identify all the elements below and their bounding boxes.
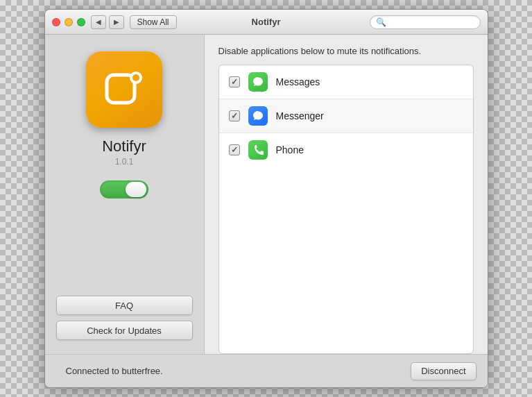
nav-back-button[interactable]: ◀	[91, 15, 106, 29]
messenger-label: Messenger	[276, 110, 324, 121]
phone-checkbox[interactable]	[229, 144, 240, 155]
phone-label: Phone	[276, 144, 304, 155]
show-all-button[interactable]: Show All	[130, 15, 177, 29]
traffic-lights	[52, 18, 85, 26]
apps-list: Messages Messenger	[218, 65, 474, 354]
disconnect-button[interactable]: Disconnect	[411, 362, 476, 380]
app-icon	[86, 51, 162, 128]
messages-checkbox[interactable]	[229, 76, 240, 87]
right-panel: Disable applications below to mute its n…	[205, 35, 488, 354]
bottom-bar: Connected to butterfree. Disconnect	[45, 354, 488, 387]
nav-forward-button[interactable]: ▶	[109, 15, 124, 29]
messages-icon-svg	[252, 76, 264, 88]
close-button[interactable]	[52, 18, 60, 26]
svg-point-2	[132, 74, 139, 81]
search-box[interactable]: 🔍	[370, 15, 481, 29]
check-updates-button[interactable]: Check for Updates	[56, 321, 193, 340]
table-row: Messages	[219, 65, 473, 99]
main-content: Notifyr 1.0.1 FAQ Check for Updates Disa…	[45, 35, 488, 354]
titlebar: ◀ ▶ Show All Notifyr 🔍	[45, 10, 488, 35]
phone-icon	[248, 140, 268, 160]
messages-icon	[248, 72, 268, 92]
messenger-checkbox[interactable]	[229, 110, 240, 121]
left-buttons: FAQ Check for Updates	[56, 296, 193, 340]
window-title: Notifyr	[252, 17, 281, 27]
table-row: Phone	[219, 133, 473, 167]
instruction-text: Disable applications below to mute its n…	[218, 46, 474, 56]
messenger-icon-svg	[252, 110, 264, 122]
notifyr-logo-svg	[100, 65, 148, 114]
app-name: Notifyr	[102, 137, 146, 155]
search-icon: 🔍	[376, 17, 386, 27]
nav-controls: ◀ ▶ Show All	[91, 15, 177, 29]
app-window: ◀ ▶ Show All Notifyr 🔍 Notifyr 1.0.	[44, 9, 488, 388]
maximize-button[interactable]	[77, 18, 85, 26]
status-text: Connected to butterfree.	[59, 366, 411, 376]
toggle-knob	[126, 182, 146, 197]
phone-icon-svg	[252, 144, 264, 156]
table-row: Messenger	[219, 99, 473, 133]
enable-toggle[interactable]	[100, 180, 148, 198]
search-input[interactable]	[389, 17, 474, 27]
app-version: 1.0.1	[115, 157, 134, 167]
toggle-container	[100, 180, 148, 198]
left-panel: Notifyr 1.0.1 FAQ Check for Updates	[45, 35, 205, 354]
minimize-button[interactable]	[65, 18, 73, 26]
messages-label: Messages	[276, 76, 320, 87]
faq-button[interactable]: FAQ	[56, 296, 193, 315]
messenger-icon	[248, 106, 268, 126]
